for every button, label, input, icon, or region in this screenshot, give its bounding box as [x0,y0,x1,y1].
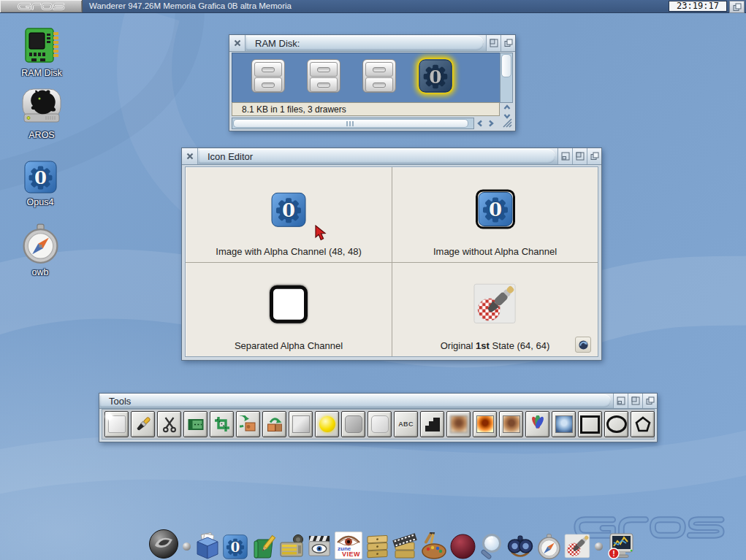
dock-drawer-cabinet[interactable] [365,532,389,559]
dock-magnifier[interactable] [478,533,504,559]
dock-wanderer[interactable] [194,532,221,559]
media-box-icon [278,533,305,559]
dock-owb-browser[interactable] [536,534,562,559]
magnifier-icon [478,533,504,559]
rectangle-outline-icon [580,415,600,434]
ram-window-titlebar[interactable]: RAM Disk: [229,35,515,52]
window-title: Icon Editor [199,149,555,164]
dock-movie-viewer[interactable] [307,534,332,559]
tool-blur-photo[interactable] [446,411,471,437]
scissors-icon [161,415,178,433]
drawer-icon[interactable] [307,59,340,93]
tools-window: Tools [99,393,658,442]
boing-brush-icon[interactable] [473,280,518,326]
drawer-icon[interactable] [251,59,285,93]
close-button[interactable] [229,35,246,51]
dock-amistart-menu[interactable] [148,529,179,559]
tool-shade-light[interactable] [368,411,392,437]
tool-rotate-image[interactable] [236,411,260,437]
tool-negative-photo[interactable] [552,411,576,437]
horizontal-scrollbar[interactable] [232,118,474,129]
panel-image-without-alpha[interactable]: Image without Alpha Channel [392,167,598,262]
panel-label: Image with Alpha Channel (48, 48) [216,246,361,257]
dock-system-alert-monitor[interactable]: ! [606,532,635,559]
sharpen-photo-icon [476,415,494,433]
close-button[interactable] [182,148,198,164]
scroll-up-button[interactable] [503,104,511,111]
zoom-button[interactable] [486,35,500,51]
vertical-scrollbar[interactable] [500,53,513,103]
tool-sharpen-photo[interactable] [473,411,497,437]
tool-rectangle-outline[interactable] [578,411,602,437]
tool-ellipse-outline[interactable] [604,411,628,437]
screen-depth-button[interactable] [729,1,745,13]
selected-gear-icon[interactable] [419,59,452,93]
dock-icon-editor[interactable] [564,532,591,559]
states-cycle-icon[interactable] [575,337,591,353]
zoom-button[interactable] [572,148,587,164]
clock: 23:19:17 [669,1,727,12]
desktop-icon-label: AROS [28,130,54,140]
tool-original-photo[interactable] [499,411,523,437]
movie-viewer-icon [307,534,332,559]
panel-image-with-alpha[interactable]: Image with Alpha Channel (48, 48) [186,167,392,262]
tool-new-image[interactable] [104,411,129,437]
dock-opus[interactable] [223,534,248,559]
zoom-button[interactable] [628,394,642,408]
icon-editor-boing-brush-icon [564,532,591,559]
tool-rgb-fan[interactable] [525,411,549,437]
color-sphere-icon [319,416,335,432]
tool-crop[interactable] [210,411,234,437]
tool-flip-image[interactable] [262,411,286,437]
tool-text-abc[interactable]: ABC [394,411,418,437]
selection-icon [187,415,205,433]
scroll-right-button[interactable] [487,120,495,127]
depth-button[interactable] [642,394,657,408]
desktop-icon-aros[interactable]: AROS [18,85,66,140]
alpha-mask-icon[interactable] [270,285,308,323]
vertical-scroll-thumb[interactable] [501,54,511,77]
dock-zuneview[interactable]: zune VIEW [335,532,362,559]
tools-titlebar[interactable]: Tools [99,394,657,409]
paintbrush-icon [134,415,152,433]
tool-color-sphere[interactable] [315,411,339,437]
dock-paint-palette[interactable] [420,532,448,559]
window-resize-grip[interactable] [501,117,513,129]
desktop-icon-owb[interactable]: owb [19,223,61,277]
dock-dark-sphere[interactable] [450,534,476,559]
tool-polygon-outline[interactable] [631,411,655,437]
window-title: Tools [100,394,611,407]
zuneview-label-view: VIEW [342,551,360,558]
tool-gradient-steps[interactable] [420,411,444,437]
desktop-icon-ram-disk[interactable]: RAM Disk [18,26,66,78]
minimize-button[interactable] [557,148,572,164]
desktop-icon-opus4[interactable]: Opus4 [20,161,60,207]
ram-disk-window: RAM Disk: 8.1 KB in 1 files, 3 drawers [229,34,516,131]
scroll-left-button[interactable] [476,120,484,127]
tool-selection[interactable] [183,411,208,437]
tool-scissors[interactable] [157,411,181,437]
preview-gear-no-alpha-icon[interactable] [476,189,515,229]
drawer-icon[interactable] [362,59,396,93]
wanderer-box-icon [194,532,221,559]
depth-button[interactable] [500,35,515,51]
opus-gear-icon [223,534,248,559]
depth-button[interactable] [587,148,601,164]
dock-media-box[interactable] [278,533,305,559]
system-alert-monitor-icon: ! [606,532,635,559]
panel-label: Separated Alpha Channel [235,340,343,351]
dock-film-cabinet[interactable] [392,532,418,559]
panel-separated-alpha[interactable]: Separated Alpha Channel [186,262,392,357]
minimize-button[interactable] [613,394,628,408]
file-list-area[interactable] [232,53,501,103]
tool-shade-dark[interactable] [341,411,365,437]
tool-flat-square[interactable] [289,411,313,437]
panel-original-state[interactable]: Original 1st State (64, 64) [392,262,598,357]
dock-notebook[interactable] [250,533,276,559]
icon-editor-titlebar[interactable]: Icon Editor [182,148,601,165]
dock-binoculars[interactable] [506,533,534,559]
toolbar: ABC [102,409,655,440]
horizontal-scroll-thumb[interactable] [233,119,468,128]
preview-gear-alpha-icon[interactable] [271,192,306,227]
tool-paintbrush[interactable] [131,411,155,437]
